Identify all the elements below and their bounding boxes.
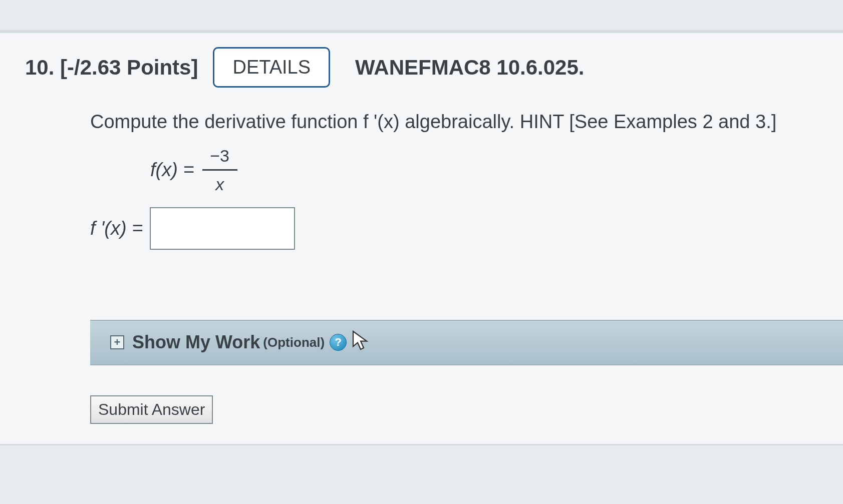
answer-row: f '(x) = xyxy=(90,207,818,250)
prompt-main: Compute the derivative function f '(x) a… xyxy=(90,111,520,132)
fraction-numerator: −3 xyxy=(207,142,232,169)
help-icon[interactable]: ? xyxy=(330,334,347,351)
question-points: [-/2.63 Points] xyxy=(60,56,198,79)
submit-answer-button[interactable]: Submit Answer xyxy=(90,395,213,424)
show-my-work-bar[interactable]: + Show My Work (Optional) ? xyxy=(90,320,843,365)
function-label: f(x) = xyxy=(150,155,194,185)
answer-label: f '(x) = xyxy=(90,213,143,244)
prompt-text: Compute the derivative function f '(x) a… xyxy=(90,107,818,137)
cursor-icon xyxy=(352,330,370,355)
question-body: Compute the derivative function f '(x) a… xyxy=(0,102,843,285)
details-button[interactable]: DETAILS xyxy=(213,47,330,88)
function-display: f(x) = −3 x xyxy=(150,142,818,198)
question-header: 10. [-/2.63 Points] DETAILS WANEFMAC8 10… xyxy=(0,33,843,102)
show-work-optional: (Optional) xyxy=(263,335,325,350)
show-work-label: Show My Work xyxy=(132,332,260,353)
fraction: −3 x xyxy=(202,142,237,198)
submit-row: Submit Answer xyxy=(0,365,843,444)
plus-icon: + xyxy=(110,335,124,349)
question-reference: WANEFMAC8 10.6.025. xyxy=(355,56,585,80)
answer-input[interactable] xyxy=(150,207,295,250)
question-container: 10. [-/2.63 Points] DETAILS WANEFMAC8 10… xyxy=(0,30,843,445)
question-number: 10. [-/2.63 Points] xyxy=(25,56,198,80)
prompt-hint: HINT [See Examples 2 and 3.] xyxy=(520,111,777,132)
fraction-denominator: x xyxy=(212,171,227,198)
question-index: 10. xyxy=(25,56,54,79)
